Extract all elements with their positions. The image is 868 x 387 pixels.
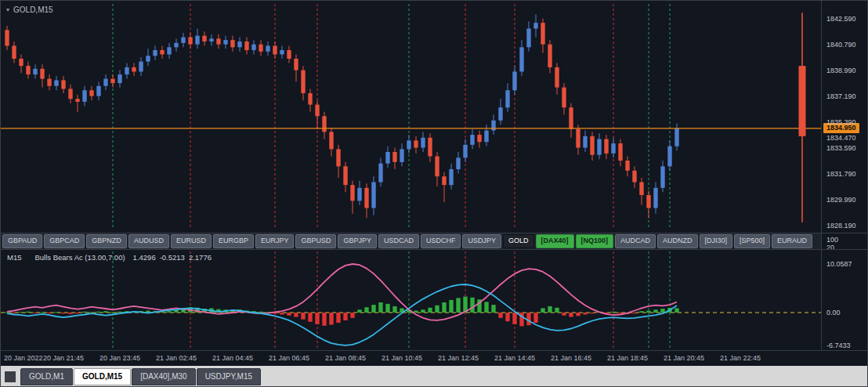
price-axis-label: 1835.390: [826, 118, 856, 126]
chart-tab-bar: GOLD,M1GOLD,M15[DAX40],M30USDJPY,M15: [1, 366, 868, 387]
indicator-name: Bulls Bears Ac (13.00,7.00): [34, 253, 125, 262]
chart-tab--DAX40--M30[interactable]: [DAX40],M30: [132, 368, 195, 385]
time-axis-label: 20 Jan 23:45: [99, 354, 140, 362]
symbol-button-USDCHF[interactable]: USDCHF: [421, 234, 461, 248]
indicator-svg[interactable]: [1, 250, 821, 351]
pane-separator[interactable]: [1, 233, 868, 233]
symbol-button-EURAUD[interactable]: EURAUD: [772, 234, 812, 248]
symbol-button-GBPNZD[interactable]: GBPNZD: [86, 234, 127, 248]
time-axis-label: 21 Jan 20:45: [664, 354, 704, 362]
tab-list-button[interactable]: [5, 371, 16, 382]
time-axis-label: 21 Jan 12:45: [438, 354, 479, 362]
symbol-button-USDCAD[interactable]: USDCAD: [378, 234, 419, 248]
symbol-button-GBPAUD[interactable]: GBPAUD: [2, 234, 42, 248]
symbol-button-USDJPY[interactable]: USDJPY: [462, 234, 501, 248]
price-axis-label: 1838.990: [826, 67, 856, 74]
time-axis-label: 20 Jan 21:45: [43, 354, 84, 362]
symbol-button-SP500[interactable]: [SP500]: [734, 234, 770, 248]
symbol-button-GBPUSD[interactable]: GBPUSD: [295, 234, 336, 248]
time-axis[interactable]: 20 Jan 202220 Jan 21:4520 Jan 23:4521 Ja…: [1, 351, 868, 366]
indicator-value: -0.5213: [160, 253, 185, 262]
indicator-axis-label: -6.7433: [826, 342, 851, 349]
price-axis-label: 1833.590: [826, 144, 856, 152]
candlestick-svg[interactable]: [1, 1, 821, 233]
axis-separator: [821, 1, 822, 351]
chart-tab-USDJPY-M15[interactable]: USDJPY,M15: [197, 368, 261, 385]
candlestick-chart[interactable]: ▾ GOLD,M15: [1, 1, 821, 233]
symbol-button-GOLD[interactable]: GOLD: [503, 234, 534, 248]
time-axis-label: 21 Jan 10:45: [382, 354, 422, 362]
price-axis-label: 1828.190: [826, 222, 856, 230]
subwindow-scale-label: 100: [826, 236, 838, 244]
bid-price-label: 1834.470: [826, 134, 856, 142]
symbol-button-GBPJPY[interactable]: GBPJPY: [338, 234, 377, 248]
price-axis-label: 1831.790: [826, 170, 856, 178]
symbol-button-NQ100[interactable]: [NQ100]: [576, 234, 614, 248]
chart-symbol-label[interactable]: ▾ GOLD,M15: [6, 5, 53, 14]
symbol-button-EURJPY[interactable]: EURJPY: [255, 234, 295, 248]
symbol-button-GBPCAD[interactable]: GBPCAD: [44, 234, 85, 248]
symbol-button-bar: GBPAUDGBPCADGBPNZDAUDUSDEURUSDEURGBPEURJ…: [1, 233, 821, 249]
chart-tab-GOLD-M15[interactable]: GOLD,M15: [74, 368, 131, 385]
symbol-button-EURUSD[interactable]: EURUSD: [171, 234, 212, 248]
time-axis-label: 21 Jan 06:45: [269, 354, 309, 362]
candles-layer: [5, 14, 678, 218]
symbol-button-EURGBP[interactable]: EURGBP: [213, 234, 254, 248]
time-axis-label: 21 Jan 04:45: [212, 354, 253, 362]
pane-separator: [1, 350, 868, 351]
time-axis-label: 21 Jan 16:45: [551, 354, 591, 362]
time-axis-label: 21 Jan 22:45: [720, 354, 761, 362]
right-range-marker: [799, 13, 806, 222]
price-axis[interactable]: 1834.950 1834.470 100 20 1842.5901840.79…: [822, 1, 868, 351]
chart-symbol-text: GOLD,M15: [13, 5, 53, 14]
symbol-button-AUDCAD[interactable]: AUDCAD: [615, 234, 656, 248]
mt5-chart-window: ▾ GOLD,M15 1834.950 1834.470 100 20 1842…: [0, 0, 868, 387]
indicator-values: 1.4296-0.52132.1776: [129, 253, 212, 262]
time-axis-label: 21 Jan 18:45: [607, 354, 648, 362]
symbol-button-DJI30[interactable]: [DJI30]: [700, 234, 733, 248]
chart-dropdown-icon: ▾: [6, 6, 9, 13]
indicator-value: 1.4296: [133, 253, 156, 262]
price-axis-label: 1840.790: [826, 41, 856, 49]
indicator-vlines-layer: [113, 251, 670, 349]
price-axis-label: 1842.590: [826, 15, 856, 23]
pane-separator[interactable]: [1, 249, 868, 250]
symbol-button-AUDNZD[interactable]: AUDNZD: [657, 234, 698, 248]
subwindow-scale-label: 20: [826, 244, 834, 251]
price-axis-label: 1837.190: [826, 92, 856, 100]
indicator-timeframe: M15: [7, 253, 21, 262]
indicator-axis-label: 10.0587: [826, 260, 852, 268]
time-axis-label: 21 Jan 08:45: [325, 354, 366, 362]
indicator-axis-label: 0.00: [826, 309, 841, 316]
time-axis-label: 21 Jan 14:45: [494, 354, 535, 362]
symbol-button-DAX40[interactable]: [DAX40]: [536, 234, 574, 248]
time-axis-label: 21 Jan 02:45: [156, 354, 197, 362]
indicator-pane[interactable]: M15 Bulls Bears Ac (13.00,7.00) 1.4296-0…: [1, 250, 821, 351]
chart-tab-GOLD-M1[interactable]: GOLD,M1: [20, 368, 73, 385]
price-axis-label: 1829.990: [826, 196, 856, 204]
time-axis-label: 20 Jan 2022: [4, 354, 43, 362]
indicator-header: M15 Bulls Bears Ac (13.00,7.00) 1.4296-0…: [7, 253, 212, 262]
symbol-button-AUDUSD[interactable]: AUDUSD: [128, 234, 169, 248]
indicator-value: 2.1776: [189, 253, 212, 262]
